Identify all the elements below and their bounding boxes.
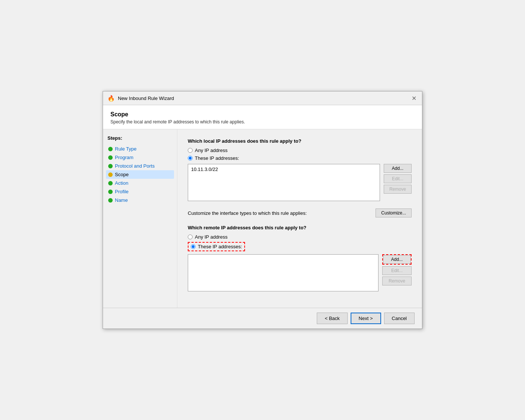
cancel-button[interactable]: Cancel: [384, 313, 415, 324]
local-remove-button[interactable]: Remove: [384, 185, 412, 194]
remote-radio-group: Any IP address These IP addresses:: [188, 234, 412, 251]
step-dot-program: [108, 155, 113, 160]
remote-ip-section: Add... Edit... Remove: [188, 254, 412, 291]
customize-row: Customize the interface types to which t…: [188, 209, 412, 217]
header-section: Scope Specify the local and remote IP ad…: [103, 105, 422, 129]
step-dot-action: [108, 181, 113, 185]
remote-these-dashed: These IP addresses:: [188, 242, 245, 251]
remote-these-radio[interactable]: [191, 244, 196, 249]
remote-any-row: Any IP address: [188, 234, 412, 240]
remote-ip-question: Which remote IP addresses does this rule…: [188, 225, 412, 230]
sidebar-item-scope[interactable]: Scope: [106, 170, 174, 179]
window-title: New Inbound Rule Wizard: [118, 96, 174, 101]
window-icon: 🔥: [107, 94, 115, 102]
title-bar: 🔥 New Inbound Rule Wizard ✕: [103, 91, 422, 105]
local-ip-question: Which local IP addresses does this rule …: [188, 138, 412, 144]
remote-remove-button[interactable]: Remove: [382, 277, 412, 285]
sidebar-item-name[interactable]: Name: [106, 196, 174, 204]
local-edit-button[interactable]: Edit...: [384, 174, 412, 183]
sidebar-label-action: Action: [115, 180, 128, 186]
local-any-label: Any IP address: [195, 148, 228, 153]
remote-add-button[interactable]: Add...: [383, 255, 411, 264]
sidebar-item-protocol-ports[interactable]: Protocol and Ports: [106, 162, 174, 170]
next-button[interactable]: Next >: [351, 313, 381, 324]
local-these-radio[interactable]: [188, 156, 193, 161]
sidebar-label-profile: Profile: [115, 189, 129, 194]
back-button[interactable]: < Back: [317, 313, 347, 324]
sidebar-title: Steps:: [106, 135, 174, 141]
local-these-row: These IP addresses:: [188, 155, 412, 161]
local-add-button[interactable]: Add...: [384, 164, 412, 173]
footer: < Back Next > Cancel: [103, 308, 422, 329]
step-dot-name: [108, 198, 113, 203]
remote-ip-buttons: Add... Edit... Remove: [382, 254, 412, 291]
close-button[interactable]: ✕: [410, 94, 418, 102]
sidebar-item-profile[interactable]: Profile: [106, 187, 174, 196]
sidebar-item-action[interactable]: Action: [106, 179, 174, 187]
local-ip-entry: 10.11.3.0/22: [190, 166, 378, 173]
remote-add-dashed: Add...: [382, 254, 412, 265]
local-ip-listbox[interactable]: 10.11.3.0/22: [188, 164, 380, 201]
header-subtitle: Specify the local and remote IP addresse…: [110, 119, 415, 125]
sidebar-label-name: Name: [115, 197, 128, 203]
sidebar-label-protocol-ports: Protocol and Ports: [115, 163, 155, 169]
local-ip-buttons: Add... Edit... Remove: [384, 164, 412, 201]
sidebar-label-program: Program: [115, 155, 133, 160]
remote-these-label: These IP addresses:: [198, 244, 242, 249]
step-dot-scope: [108, 172, 113, 177]
wizard-window: 🔥 New Inbound Rule Wizard ✕ Scope Specif…: [103, 91, 422, 329]
local-any-row: Any IP address: [188, 148, 412, 153]
remote-ip-listbox[interactable]: [188, 254, 379, 291]
remote-any-label: Any IP address: [195, 234, 228, 240]
customize-label: Customize the interface types to which t…: [188, 210, 307, 216]
sidebar: Steps: Rule Type Program Protocol and Po…: [103, 129, 177, 308]
sidebar-label-rule-type: Rule Type: [115, 146, 136, 152]
remote-any-radio[interactable]: [188, 235, 193, 239]
header-title: Scope: [110, 111, 415, 118]
local-radio-group: Any IP address These IP addresses:: [188, 148, 412, 161]
content-area: Steps: Rule Type Program Protocol and Po…: [103, 129, 422, 308]
local-ip-section: 10.11.3.0/22 Add... Edit... Remove: [188, 164, 412, 201]
sidebar-label-scope: Scope: [115, 172, 129, 177]
customize-button[interactable]: Customize...: [376, 209, 412, 217]
title-bar-left: 🔥 New Inbound Rule Wizard: [107, 94, 174, 102]
step-dot-profile: [108, 190, 113, 194]
sidebar-item-rule-type[interactable]: Rule Type: [106, 145, 174, 153]
step-dot-rule-type: [108, 147, 113, 151]
local-any-radio[interactable]: [188, 148, 193, 153]
local-these-label: These IP addresses:: [195, 155, 239, 161]
step-dot-protocol-ports: [108, 164, 113, 168]
remote-these-row: These IP addresses:: [188, 242, 412, 251]
main-content: Which local IP addresses does this rule …: [177, 129, 422, 308]
sidebar-item-program[interactable]: Program: [106, 153, 174, 162]
remote-edit-button[interactable]: Edit...: [382, 266, 412, 275]
